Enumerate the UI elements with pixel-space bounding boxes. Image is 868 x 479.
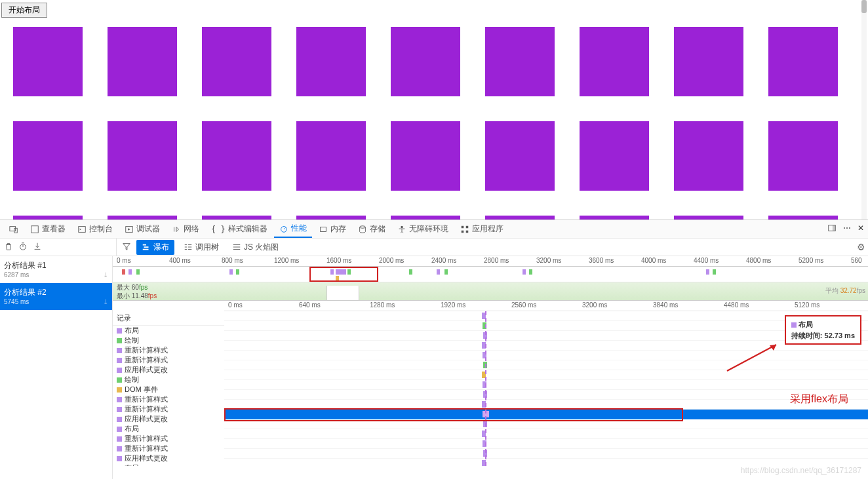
annotation-text: 采用flex布局 [790, 393, 848, 406]
svg-rect-14 [833, 225, 835, 231]
result-item-2[interactable]: 分析结果 #2 5745 ms⤓ [0, 283, 112, 310]
annotation-box [309, 267, 378, 282]
dock-side-icon[interactable] [827, 223, 837, 235]
svg-point-7 [359, 225, 365, 228]
grid-box [296, 216, 366, 220]
waterfall-row[interactable]: 绘制 [113, 375, 224, 385]
grid-box [580, 216, 649, 220]
fps-band[interactable]: 最大 60fps 最小 11.48fps 平均 32.72fps [113, 282, 868, 301]
svg-rect-11 [461, 230, 464, 233]
timeline-ruler[interactable]: 0 ms400 ms800 ms1200 ms1600 ms2000 ms240… [113, 256, 868, 267]
grid-box [485, 27, 555, 96]
tab-style-editor[interactable]: { }样式编辑器 [206, 221, 273, 237]
annotation-arrow [724, 341, 783, 374]
waterfall[interactable]: 0 ms640 ms1280 ms1920 ms2560 ms3200 ms38… [113, 301, 868, 466]
tab-performance[interactable]: 性能 [274, 220, 312, 238]
grid-box [674, 27, 743, 96]
start-layout-button[interactable]: 开始布局 [1, 3, 47, 18]
playhead-line [485, 311, 486, 466]
grid-box [485, 121, 555, 191]
waterfall-row[interactable]: 布局 [113, 424, 224, 434]
svg-rect-10 [465, 225, 468, 228]
waterfall-row[interactable]: 重新计算样式 [113, 404, 224, 414]
grid-box [296, 27, 366, 96]
svg-rect-6 [320, 227, 326, 231]
svg-rect-2 [31, 225, 39, 233]
grid-box [580, 27, 649, 96]
grid-box [202, 216, 271, 220]
waterfall-row[interactable]: 布局 [113, 326, 224, 335]
event-tooltip: 布局 持续时间: 52.73 ms [785, 315, 861, 345]
trash-icon[interactable] [4, 242, 13, 253]
save-icon[interactable]: ⤓ [103, 271, 108, 278]
gear-icon[interactable]: ⚙ [857, 242, 865, 252]
grid-box [674, 121, 743, 191]
import-icon[interactable] [33, 242, 42, 253]
perf-toolbar: 瀑布 调用树 JS 火焰图 ⚙ [0, 238, 868, 256]
tab-network[interactable]: 网络 [167, 221, 205, 237]
grid-box [391, 27, 460, 96]
grid-box [13, 27, 83, 96]
grid-box [13, 216, 83, 220]
results-list: 分析结果 #1 6287 ms⤓ 分析结果 #2 5745 ms⤓ [0, 256, 113, 479]
waterfall-row[interactable]: 重新计算样式 [113, 394, 224, 404]
svg-rect-3 [79, 226, 86, 232]
view-call-tree[interactable]: 调用树 [180, 240, 223, 255]
waterfall-row[interactable]: DOM 事件 [113, 385, 224, 394]
waterfall-row[interactable]: 重新计算样式 [113, 434, 224, 444]
filter-icon[interactable] [122, 242, 131, 253]
perf-main: 分析结果 #1 6287 ms⤓ 分析结果 #2 5745 ms⤓ 0 ms40… [0, 256, 868, 479]
tab-debugger[interactable]: 调试器 [119, 221, 165, 237]
tab-memory[interactable]: 内存 [313, 221, 351, 237]
stopwatch-icon[interactable] [18, 242, 28, 253]
grid-box [485, 216, 555, 220]
overview-strip[interactable] [113, 267, 868, 282]
grid-box [108, 121, 177, 191]
svg-line-16 [727, 345, 776, 371]
annotation-box [224, 408, 683, 421]
grid-box [13, 121, 83, 191]
waterfall-row[interactable]: 布局 [113, 463, 224, 466]
svg-rect-12 [465, 230, 468, 233]
grid-box [768, 27, 838, 96]
tab-console[interactable]: 控制台 [72, 221, 118, 237]
waterfall-row[interactable]: 应用样式更改 [113, 414, 224, 424]
close-icon[interactable]: ✕ [858, 223, 864, 235]
responsive-toggle-icon[interactable] [4, 222, 24, 237]
view-waterfall[interactable]: 瀑布 [136, 240, 174, 255]
grid-box [768, 216, 838, 220]
grid-box [296, 121, 366, 191]
tab-application[interactable]: 应用程序 [455, 221, 509, 237]
perf-right: 0 ms400 ms800 ms1200 ms1600 ms2000 ms240… [113, 256, 868, 479]
svg-rect-9 [461, 225, 464, 228]
devtools-tabbar: 查看器 控制台 调试器 网络 { }样式编辑器 性能 内存 存储 无障碍环境 应… [0, 220, 868, 238]
more-icon[interactable]: ⋯ [843, 223, 851, 235]
records-header: 记录 [113, 311, 224, 326]
save-icon[interactable]: ⤓ [103, 298, 108, 305]
grid-box [108, 27, 177, 96]
tab-inspector[interactable]: 查看器 [25, 221, 71, 237]
waterfall-row[interactable]: 重新计算样式 [113, 355, 224, 365]
waterfall-row[interactable]: 重新计算样式 [113, 345, 224, 355]
grid-box [202, 121, 271, 191]
grid-box [391, 121, 460, 191]
result-item-1[interactable]: 分析结果 #1 6287 ms⤓ [0, 256, 112, 283]
grid-box [674, 216, 743, 220]
result-title: 分析结果 #2 [4, 287, 108, 298]
result-title: 分析结果 #1 [4, 260, 108, 271]
tab-storage[interactable]: 存储 [353, 221, 391, 237]
page-scrollbar[interactable] [861, 0, 867, 220]
grid-box [768, 121, 838, 191]
waterfall-row[interactable]: 重新计算样式 [113, 444, 224, 453]
grid-box [580, 121, 649, 191]
waterfall-row[interactable]: 应用样式更改 [113, 453, 224, 463]
waterfall-row[interactable]: 绘制 [113, 335, 224, 345]
box-grid [0, 20, 868, 220]
grid-box [391, 216, 460, 220]
view-flame[interactable]: JS 火焰图 [228, 240, 283, 255]
grid-box [202, 27, 271, 96]
waterfall-row[interactable]: 应用样式更改 [113, 365, 224, 375]
grid-box [108, 216, 177, 220]
svg-point-8 [401, 225, 403, 228]
tab-accessibility[interactable]: 无障碍环境 [392, 221, 454, 237]
